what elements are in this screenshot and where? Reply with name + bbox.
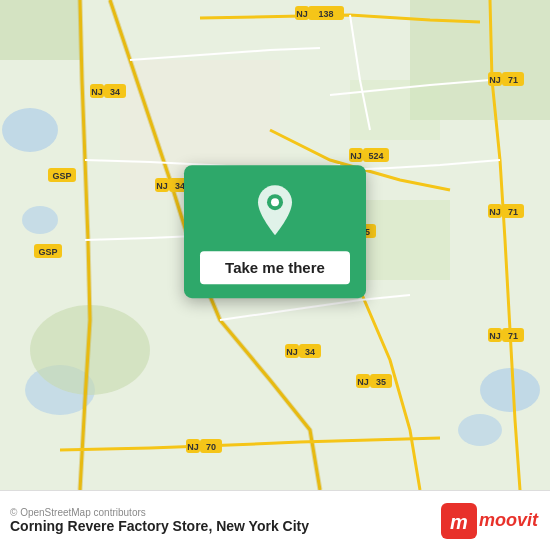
svg-text:34: 34 bbox=[305, 347, 315, 357]
svg-text:71: 71 bbox=[508, 207, 518, 217]
moovit-text: moovit bbox=[479, 510, 538, 531]
svg-point-3 bbox=[480, 368, 540, 412]
svg-text:NJ: NJ bbox=[350, 151, 362, 161]
svg-point-2 bbox=[22, 206, 58, 234]
svg-text:GSP: GSP bbox=[38, 247, 57, 257]
svg-text:35: 35 bbox=[376, 377, 386, 387]
take-me-there-button[interactable]: Take me there bbox=[200, 251, 350, 284]
svg-rect-6 bbox=[0, 0, 80, 60]
svg-text:NJ: NJ bbox=[489, 75, 501, 85]
svg-point-1 bbox=[2, 108, 58, 152]
svg-point-63 bbox=[271, 198, 279, 206]
moovit-logo: m moovit bbox=[441, 503, 538, 539]
svg-text:71: 71 bbox=[508, 331, 518, 341]
svg-text:NJ: NJ bbox=[357, 377, 369, 387]
svg-text:m: m bbox=[450, 511, 468, 533]
map-pin-icon bbox=[253, 183, 297, 237]
bottom-bar: © OpenStreetMap contributors Corning Rev… bbox=[0, 490, 550, 550]
svg-text:NJ: NJ bbox=[156, 181, 168, 191]
svg-text:NJ: NJ bbox=[489, 207, 501, 217]
svg-text:NJ: NJ bbox=[489, 331, 501, 341]
svg-point-4 bbox=[458, 414, 502, 446]
svg-text:NJ: NJ bbox=[286, 347, 298, 357]
svg-text:NJ: NJ bbox=[91, 87, 103, 97]
overlay-card: Take me there bbox=[184, 165, 366, 298]
svg-text:524: 524 bbox=[368, 151, 383, 161]
location-icon-wrap bbox=[253, 183, 297, 241]
svg-text:71: 71 bbox=[508, 75, 518, 85]
svg-text:NJ: NJ bbox=[187, 442, 199, 452]
svg-text:34: 34 bbox=[110, 87, 120, 97]
attribution: © OpenStreetMap contributors bbox=[10, 507, 309, 518]
svg-text:NJ: NJ bbox=[296, 9, 308, 19]
location-name: Corning Revere Factory Store, New York C… bbox=[10, 518, 309, 534]
svg-text:GSP: GSP bbox=[52, 171, 71, 181]
moovit-logo-icon: m bbox=[441, 503, 477, 539]
bottom-left: © OpenStreetMap contributors Corning Rev… bbox=[10, 507, 309, 534]
map-container: 138 NJ NJ 34 NJ 34 NJ 34 NJ 71 NJ 71 NJ … bbox=[0, 0, 550, 490]
svg-text:70: 70 bbox=[206, 442, 216, 452]
svg-text:138: 138 bbox=[318, 9, 333, 19]
